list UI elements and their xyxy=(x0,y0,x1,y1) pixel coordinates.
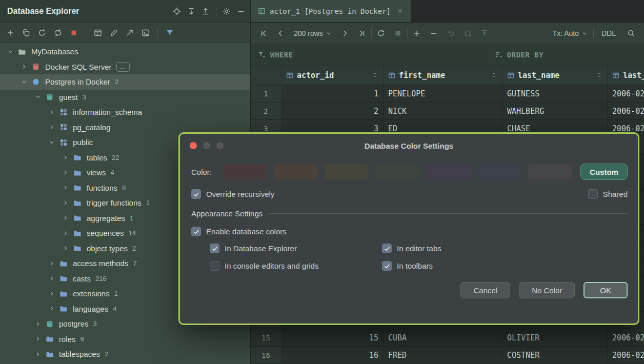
row-number[interactable]: 16 xyxy=(251,347,281,363)
minus-icon[interactable] xyxy=(426,26,441,41)
chevron-right-icon[interactable] xyxy=(46,124,58,130)
cell-last-name[interactable]: OLIVIER xyxy=(502,329,608,346)
funnel-icon[interactable] xyxy=(166,29,174,37)
row-number-header[interactable] xyxy=(251,66,281,85)
chevron-right-icon[interactable] xyxy=(32,321,44,327)
prev-page-icon[interactable] xyxy=(273,26,288,41)
chevron-right-icon[interactable] xyxy=(59,245,72,251)
copy-icon[interactable] xyxy=(22,29,30,37)
column-header-last-name[interactable]: last_name xyxy=(502,66,608,85)
chevron-right-icon[interactable] xyxy=(18,64,30,70)
tree-item-roles[interactable]: roles9 xyxy=(0,332,250,347)
item-badge[interactable]: ... xyxy=(116,62,130,72)
dialog-titlebar[interactable]: Database Color Settings xyxy=(180,134,638,157)
close-button[interactable] xyxy=(190,142,197,149)
color-swatch-orange[interactable] xyxy=(274,164,318,179)
tree-item-mydatabases[interactable]: MyDatabases xyxy=(0,44,250,59)
in-database-explorer-checkbox[interactable] xyxy=(210,244,219,253)
plus-icon[interactable] xyxy=(409,26,425,41)
chevron-down-icon[interactable] xyxy=(32,94,44,100)
refresh-icon[interactable] xyxy=(373,26,389,41)
cell-actor-id[interactable]: 16 xyxy=(281,347,384,363)
expand-all-icon[interactable] xyxy=(187,7,195,15)
next-page-icon[interactable] xyxy=(337,26,353,41)
chevron-right-icon[interactable] xyxy=(59,185,72,191)
enable-database-colors-checkbox[interactable] xyxy=(191,227,201,236)
tx-dropdown[interactable]: Tx: Auto xyxy=(549,29,592,37)
target-icon[interactable] xyxy=(173,7,181,15)
order-by-filter[interactable]: ORDER BY xyxy=(495,51,644,59)
tree-item-information-schema[interactable]: information_schema xyxy=(0,105,250,120)
tree-item-tablespaces[interactable]: tablespaces2 xyxy=(0,347,250,362)
sync-icon[interactable] xyxy=(54,29,62,37)
shared-checkbox[interactable] xyxy=(588,189,598,199)
row-number[interactable]: 15 xyxy=(251,329,281,346)
chevron-right-icon[interactable] xyxy=(32,351,44,357)
in-editor-tabs-checkbox[interactable] xyxy=(382,244,392,253)
cell-actor-id[interactable]: 15 xyxy=(281,329,384,346)
chevron-right-icon[interactable] xyxy=(46,109,58,115)
chevron-right-icon[interactable] xyxy=(59,154,72,160)
override-recursively-checkbox[interactable] xyxy=(191,189,201,199)
gear-icon[interactable] xyxy=(223,7,231,15)
refresh-icon[interactable] xyxy=(38,29,46,37)
table-icon[interactable] xyxy=(94,29,102,37)
cell-last-name[interactable]: COSTNER xyxy=(502,347,608,363)
cell-actor-id[interactable]: 2 xyxy=(281,103,384,119)
chevron-right-icon[interactable] xyxy=(32,336,44,342)
tree-item-guest[interactable]: guest3 xyxy=(0,90,250,105)
chevron-right-icon[interactable] xyxy=(46,291,58,297)
tree-item-postgres-in-docker[interactable]: Postgres in Docker2 xyxy=(0,74,250,90)
cell-first-name[interactable]: FRED xyxy=(384,347,502,363)
no-color-button[interactable]: No Color xyxy=(519,282,575,298)
cell-last-name[interactable]: GUINESS xyxy=(502,85,608,102)
editor-tab[interactable]: actor_1 [Postgres in Docker] xyxy=(251,0,411,22)
stop-red-icon[interactable] xyxy=(70,29,78,37)
stop-icon[interactable] xyxy=(390,26,406,41)
color-swatch-green[interactable] xyxy=(375,164,419,179)
first-page-icon[interactable] xyxy=(256,26,271,41)
sort-icon[interactable] xyxy=(491,72,497,78)
cell-last-update[interactable]: 2006-02-15 xyxy=(608,347,644,363)
pencil-icon[interactable] xyxy=(110,29,118,37)
zoom-button[interactable] xyxy=(216,142,224,149)
chevron-down-icon[interactable] xyxy=(4,49,16,55)
last-page-icon[interactable] xyxy=(354,26,370,41)
commit-icon[interactable] xyxy=(460,26,475,41)
cell-first-name[interactable]: NICK xyxy=(384,103,502,119)
ok-button[interactable]: OK xyxy=(583,282,628,298)
upload-icon[interactable] xyxy=(477,26,492,41)
console-icon[interactable] xyxy=(142,29,150,37)
cell-last-update[interactable]: 2006-02-15 xyxy=(608,329,644,346)
tree-item-docker-sql-server[interactable]: Docker SQL Server... xyxy=(0,59,250,75)
cell-last-update[interactable]: 2006-02-15 xyxy=(608,85,644,102)
chevron-down-icon[interactable] xyxy=(46,139,58,146)
color-swatch-purple[interactable] xyxy=(427,164,471,179)
cell-first-name[interactable]: PENELOPE xyxy=(384,85,502,102)
in-toolbars-checkbox[interactable] xyxy=(382,261,392,271)
custom-color-button[interactable]: Custom xyxy=(580,164,628,180)
cancel-button[interactable]: Cancel xyxy=(460,282,510,298)
undo-icon[interactable] xyxy=(443,26,458,41)
jump-icon[interactable] xyxy=(126,29,134,37)
cell-first-name[interactable]: CUBA xyxy=(384,329,502,346)
minimize-button[interactable] xyxy=(203,142,210,149)
where-filter[interactable]: WHERE xyxy=(251,51,495,59)
row-count-dropdown[interactable]: 200 rows xyxy=(290,29,336,37)
chevron-right-icon[interactable] xyxy=(46,306,58,312)
tab-close-icon[interactable] xyxy=(397,8,404,14)
sort-icon[interactable] xyxy=(596,72,602,78)
chevron-right-icon[interactable] xyxy=(46,275,58,281)
chevron-right-icon[interactable] xyxy=(59,200,72,206)
chevron-down-icon[interactable] xyxy=(18,79,30,85)
column-header-first-name[interactable]: first_name xyxy=(384,66,502,85)
row-number[interactable]: 1 xyxy=(251,85,281,102)
row-number[interactable]: 2 xyxy=(251,103,281,119)
minimize-icon[interactable] xyxy=(237,7,245,15)
sort-icon[interactable] xyxy=(372,72,378,78)
cell-actor-id[interactable]: 1 xyxy=(281,85,384,102)
color-swatch-blue[interactable] xyxy=(477,164,521,179)
column-header-actor-id[interactable]: actor_id xyxy=(281,66,384,85)
collapse-all-icon[interactable] xyxy=(202,7,210,15)
cell-last-name[interactable]: WAHLBERG xyxy=(502,103,608,119)
